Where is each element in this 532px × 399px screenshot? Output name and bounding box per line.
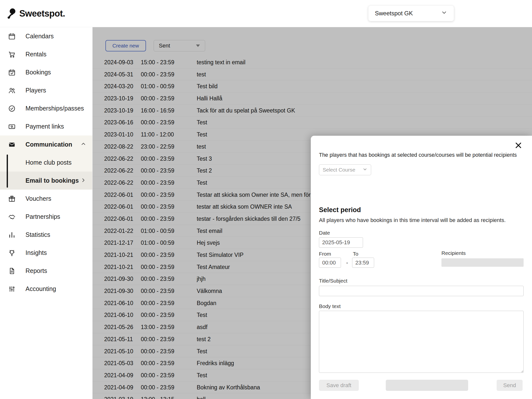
sweetspot-logo-icon — [7, 8, 16, 19]
sidebar-item-players[interactable]: Players — [0, 81, 92, 99]
save-draft-button[interactable]: Save draft — [319, 380, 359, 391]
app-root: Sweetspot. Sweetspot GK Calendars Rental… — [0, 0, 532, 399]
sidebar-item-label: Statistics — [25, 231, 50, 238]
sidebar-item-accounting[interactable]: Accounting — [0, 280, 92, 298]
sidebar-item-email-to-bookings[interactable]: Email to bookings — [0, 172, 92, 190]
sidebar-item-label: Partnerships — [25, 213, 60, 220]
sidebar-item-label: Email to bookings — [25, 177, 79, 184]
sidebar-item-label: Calendars — [25, 33, 54, 40]
sidebar: Calendars Rentals Bookings Players Membe — [0, 27, 93, 399]
sidebar-item-label: Players — [25, 87, 46, 94]
date-label: Date — [319, 230, 330, 236]
sidebar-item-statistics[interactable]: Statistics — [0, 226, 92, 244]
handshake-icon — [8, 213, 16, 221]
sliders-icon — [8, 285, 16, 293]
email-compose-modal: The players that has bookings at selecte… — [311, 136, 532, 399]
chevron-up-icon — [80, 141, 86, 148]
disabled-action-placeholder — [386, 380, 468, 391]
sidebar-item-partnerships[interactable]: Partnerships — [0, 208, 92, 226]
title-subject-input[interactable] — [319, 286, 524, 296]
sidebar-item-label: Insights — [25, 249, 47, 256]
chevron-down-icon — [441, 9, 447, 17]
sidebar-item-label: Communication — [25, 141, 72, 148]
course-select-placeholder: Select Course — [323, 167, 355, 173]
sidebar-group-communication: Communication Home club posts Email to b… — [0, 135, 92, 190]
lightbulb-icon — [8, 249, 16, 257]
logo-text: Sweetspot. — [19, 8, 65, 19]
from-label: From — [319, 251, 331, 257]
time-from-input[interactable] — [319, 258, 341, 268]
course-select[interactable]: Select Course — [319, 164, 371, 175]
communication-submenu: Home club posts Email to bookings — [0, 154, 92, 190]
recipients-info-text: The players that has bookings at selecte… — [319, 152, 527, 158]
sidebar-item-calendars[interactable]: Calendars — [0, 27, 92, 45]
sidebar-item-vouchers[interactable]: Vouchers — [0, 190, 92, 208]
sidebar-item-bookings[interactable]: Bookings — [0, 63, 92, 81]
sidebar-item-insights[interactable]: Insights — [0, 244, 92, 262]
select-period-subtitle: All players who have bookings in this ti… — [319, 217, 506, 223]
sidebar-item-payment-links[interactable]: Payment links — [0, 117, 92, 135]
sidebar-item-home-club-posts[interactable]: Home club posts — [0, 154, 92, 172]
sidebar-item-communication[interactable]: Communication — [0, 135, 92, 154]
send-button[interactable]: Send — [497, 380, 523, 391]
recipients-field[interactable] — [441, 258, 524, 267]
time-to-input[interactable] — [352, 258, 374, 268]
gift-icon — [8, 195, 16, 202]
sidebar-item-label: Rentals — [25, 51, 47, 58]
calendar-check-icon — [8, 69, 16, 76]
club-selector[interactable]: Sweetspot GK — [368, 5, 454, 21]
close-icon[interactable] — [514, 141, 523, 150]
sidebar-item-label: Home club posts — [25, 159, 72, 166]
envelope-icon — [8, 141, 16, 148]
trolley-icon — [8, 51, 16, 58]
badge-check-icon — [8, 105, 16, 112]
chevron-right-icon — [80, 177, 86, 184]
logo: Sweetspot. — [7, 0, 65, 27]
users-icon — [8, 87, 16, 94]
sidebar-item-label: Payment links — [25, 123, 64, 130]
sidebar-item-label: Accounting — [25, 285, 56, 292]
body-text-label: Body text — [319, 303, 341, 309]
recipients-label: Recipients — [441, 250, 466, 256]
to-label: To — [353, 251, 358, 257]
chevron-down-icon — [363, 167, 367, 173]
date-input[interactable] — [319, 237, 363, 248]
sidebar-item-label: Memberships/passes — [25, 105, 84, 112]
sidebar-item-reports[interactable]: Reports — [0, 262, 92, 280]
sidebar-item-rentals[interactable]: Rentals — [0, 45, 92, 63]
club-selector-value: Sweetspot GK — [375, 10, 413, 17]
body-text-input[interactable] — [319, 311, 524, 373]
select-period-heading: Select period — [319, 206, 361, 214]
time-range-separator: - — [346, 259, 348, 266]
calendar-icon — [8, 33, 16, 40]
title-subject-label: Title/Subject — [319, 278, 347, 284]
sidebar-item-memberships[interactable]: Memberships/passes — [0, 99, 92, 117]
top-bar: Sweetspot. Sweetspot GK — [0, 0, 532, 27]
sidebar-item-label: Bookings — [25, 69, 51, 76]
document-icon — [8, 267, 16, 275]
bar-chart-icon — [8, 231, 16, 239]
sidebar-item-label: Vouchers — [25, 195, 51, 202]
sidebar-item-label: Reports — [25, 267, 47, 274]
payment-card-icon — [8, 123, 16, 130]
